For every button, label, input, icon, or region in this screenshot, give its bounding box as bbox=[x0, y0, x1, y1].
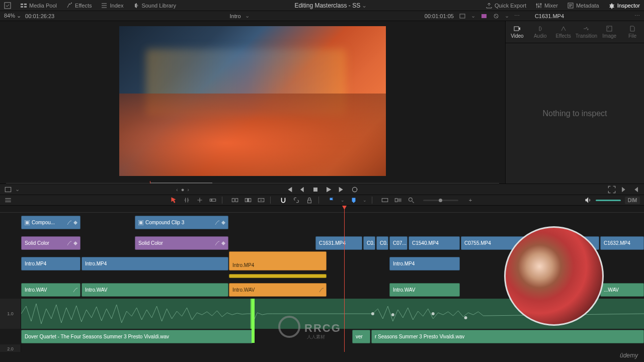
zoom-detail-icon[interactable] bbox=[394, 196, 402, 204]
clip-intro-v1a[interactable]: Intro.MP4 bbox=[21, 257, 80, 270]
dynamic-trim-tool[interactable] bbox=[196, 196, 204, 204]
clip-compound-1[interactable]: Compou... bbox=[21, 216, 80, 229]
clip-intro-orange[interactable]: Intro.MP4 bbox=[229, 251, 327, 270]
timeline-name[interactable]: Intro bbox=[229, 13, 240, 19]
mute-icon[interactable] bbox=[584, 196, 592, 204]
keyframe-icon bbox=[221, 241, 226, 246]
viewer-canvas[interactable] bbox=[119, 26, 386, 176]
prev-frame-button[interactable] bbox=[298, 186, 306, 194]
bypass-icon[interactable] bbox=[493, 13, 500, 20]
volume-slider[interactable] bbox=[596, 200, 621, 201]
clip-intro-a1c[interactable]: Intro.WAV bbox=[229, 283, 327, 297]
quick-export-button[interactable]: Quick Export bbox=[481, 0, 530, 11]
clip-c1631[interactable]: C1631.MP4 bbox=[315, 236, 362, 250]
zoom-slider[interactable] bbox=[423, 200, 458, 201]
dim-button[interactable]: DIM bbox=[625, 197, 640, 204]
chevron-down-icon-3[interactable]: ⌄ bbox=[15, 186, 20, 193]
svg-rect-14 bbox=[607, 26, 612, 31]
timeline-dropdown-icon[interactable]: ⌄ bbox=[245, 13, 250, 19]
clip-solid-2[interactable]: Solid Color bbox=[135, 236, 228, 250]
insert-tool[interactable] bbox=[231, 196, 239, 204]
record-timecode[interactable]: 00:01:01:05 bbox=[425, 13, 454, 19]
flag-tool[interactable] bbox=[328, 196, 336, 204]
inspector-tab-transition[interactable]: Transition bbox=[575, 21, 598, 43]
blade-tool[interactable] bbox=[209, 196, 217, 204]
clip-compound-3[interactable]: Compound Clip 3 bbox=[135, 216, 228, 229]
viewer-mode-b-icon[interactable] bbox=[480, 13, 488, 20]
inspector-tab-image[interactable]: Image bbox=[598, 21, 621, 43]
timeline-options-icon[interactable] bbox=[4, 196, 12, 204]
clip-wav-tail[interactable]: ...WAV bbox=[600, 283, 644, 297]
source-timecode[interactable]: 00:01:26:23 bbox=[25, 13, 54, 19]
effects-button[interactable]: Effects bbox=[62, 0, 96, 11]
marker-tool[interactable] bbox=[350, 196, 358, 204]
timeline-ruler[interactable] bbox=[0, 206, 644, 213]
loop-button[interactable] bbox=[351, 186, 359, 194]
clip-solid-1[interactable]: Solid Color bbox=[21, 236, 80, 250]
marker-dropdown-icon[interactable]: ⌄ bbox=[363, 198, 367, 203]
zoom-in-icon[interactable]: + bbox=[466, 196, 474, 204]
curve-icon bbox=[67, 241, 72, 246]
clip-intro-a1a[interactable]: Intro.WAV bbox=[21, 283, 80, 297]
flag-dropdown-icon[interactable]: ⌄ bbox=[341, 198, 345, 203]
edit-point-handle[interactable] bbox=[252, 299, 255, 343]
inspector-ellipsis-icon[interactable]: ⋯ bbox=[634, 13, 640, 19]
ellipsis-icon[interactable]: ⋯ bbox=[514, 13, 520, 19]
clip-c1540[interactable]: C1540.MP4 bbox=[409, 236, 460, 250]
inspector-tab-audio[interactable]: Audio bbox=[529, 21, 552, 43]
playhead[interactable] bbox=[344, 206, 345, 352]
metadata-button[interactable]: Metadata bbox=[563, 0, 603, 11]
media-pool-button[interactable]: Media Pool bbox=[16, 0, 61, 11]
mixer-button[interactable]: Mixer bbox=[531, 0, 562, 11]
inspector-button[interactable]: Inspector bbox=[604, 0, 644, 11]
next-marker-icon[interactable]: › bbox=[187, 187, 189, 193]
prev-clip-icon[interactable] bbox=[632, 186, 640, 194]
svg-rect-20 bbox=[232, 199, 234, 202]
link-toggle[interactable] bbox=[292, 196, 300, 204]
stop-button[interactable] bbox=[311, 186, 319, 194]
zoom-fit-icon[interactable] bbox=[381, 196, 389, 204]
index-label: Index bbox=[110, 3, 123, 9]
next-clip-icon[interactable] bbox=[620, 186, 628, 194]
clip-intro-a2[interactable]: Intro.WAV bbox=[389, 283, 460, 297]
project-title: Editing Masterclass - SS bbox=[294, 2, 360, 9]
chevron-down-icon-2[interactable]: ⌄ bbox=[505, 13, 509, 19]
prev-marker-icon[interactable]: ‹ bbox=[176, 187, 178, 193]
clip-dover[interactable]: Dover Quartet - The Four Seasons Summer … bbox=[21, 330, 253, 343]
match-frame-icon[interactable] bbox=[4, 186, 12, 194]
inspector-tab-file[interactable]: File bbox=[621, 21, 644, 43]
inspector-tab-effects[interactable]: Effects bbox=[552, 21, 575, 43]
zoom-dropdown[interactable]: 84% ⌄ bbox=[4, 13, 21, 19]
marker-dot-icon[interactable]: ● bbox=[181, 187, 185, 193]
lock-toggle[interactable] bbox=[305, 196, 313, 204]
go-first-button[interactable] bbox=[285, 186, 293, 194]
resolve-menu[interactable] bbox=[0, 0, 15, 11]
clip-c1632[interactable]: C1632.MP4 bbox=[600, 236, 644, 250]
clip-dover-pre[interactable]: ver bbox=[352, 330, 370, 343]
viewer-mode-a-icon[interactable] bbox=[459, 13, 466, 20]
go-last-button[interactable] bbox=[338, 186, 346, 194]
fullscreen-icon[interactable] bbox=[608, 186, 616, 194]
play-button[interactable] bbox=[325, 186, 333, 194]
index-button[interactable]: Index bbox=[97, 0, 127, 11]
sound-library-button[interactable]: Sound Library bbox=[128, 0, 180, 11]
overwrite-tool[interactable] bbox=[244, 196, 252, 204]
clip-dover-2[interactable]: r Seasons Summer 3 Presto Vivaldi.wav bbox=[371, 330, 644, 343]
audio-sync-marker[interactable] bbox=[229, 274, 327, 278]
project-dropdown-icon[interactable]: ⌄ bbox=[362, 2, 367, 9]
clip-c0a[interactable]: C0... bbox=[363, 236, 375, 250]
snapping-toggle[interactable] bbox=[279, 196, 287, 204]
inspector-tab-video[interactable]: Video bbox=[506, 21, 529, 43]
clip-c07[interactable]: C07... bbox=[389, 236, 408, 250]
clip-intro-a1b[interactable]: Intro.WAV bbox=[82, 283, 228, 297]
selection-tool[interactable] bbox=[170, 196, 178, 204]
trim-tool[interactable] bbox=[183, 196, 191, 204]
inspector-empty-text: Nothing to inspect bbox=[542, 109, 607, 118]
clip-c0b[interactable]: C0... bbox=[376, 236, 388, 250]
compound-icon bbox=[25, 220, 30, 225]
clip-intro-v2[interactable]: Intro.MP4 bbox=[389, 257, 460, 270]
replace-tool[interactable] bbox=[257, 196, 265, 204]
zoom-custom-icon[interactable] bbox=[407, 196, 415, 204]
clip-intro-v1b[interactable]: Intro.MP4 bbox=[82, 257, 228, 270]
chevron-down-icon[interactable]: ⌄ bbox=[471, 13, 475, 19]
